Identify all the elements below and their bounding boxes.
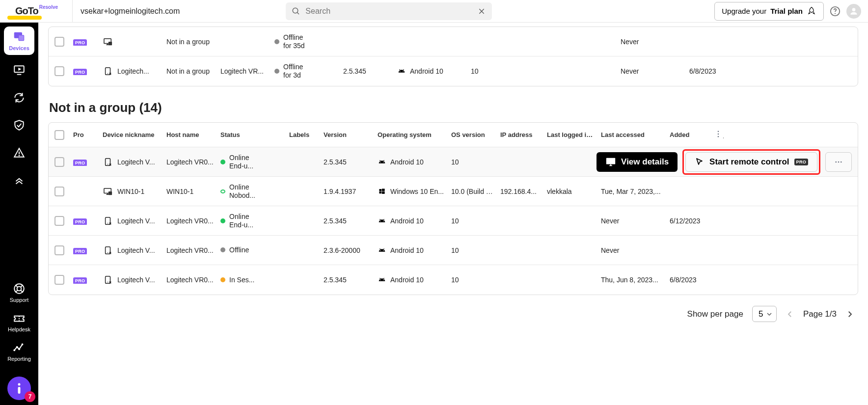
row-checkbox[interactable]	[54, 66, 64, 76]
col-user[interactable]: Last logged in user	[547, 131, 601, 138]
status-dot	[220, 160, 225, 164]
col-ver[interactable]: Version	[324, 131, 378, 138]
cell-nickname: Logitech V...	[103, 216, 166, 225]
rocket-icon	[807, 6, 816, 16]
view-details-button[interactable]: View details	[597, 152, 678, 172]
cell-ip: 192.168.4...	[500, 188, 547, 195]
svg-point-28	[718, 134, 719, 135]
col-lbl[interactable]: Labels	[289, 131, 324, 138]
col-pro[interactable]: Pro	[73, 131, 103, 138]
select-all-checkbox[interactable]	[54, 130, 64, 140]
pro-badge: PRO	[73, 218, 87, 225]
svg-point-22	[16, 347, 18, 348]
cell-version: 2.5.345	[324, 217, 378, 225]
col-add[interactable]: Added	[670, 131, 714, 138]
android-icon	[378, 159, 386, 165]
col-nick[interactable]: Device nickname	[103, 131, 166, 138]
table-options[interactable]	[714, 130, 724, 140]
ticket-icon	[13, 312, 26, 324]
clear-search-icon[interactable]	[477, 7, 486, 15]
cell-accessed: Never	[601, 246, 670, 254]
pagination: Show per page 5 Page 1/3	[48, 306, 858, 322]
sidebar-item-reporting[interactable]: Reporting	[4, 341, 34, 362]
android-icon	[378, 217, 386, 224]
table-row[interactable]: PRO Logitech V... Logitech VR0... Online…	[49, 147, 858, 177]
help-icon[interactable]	[830, 6, 841, 17]
per-page-select[interactable]: 5	[752, 306, 777, 322]
col-stat[interactable]: Status	[220, 131, 289, 138]
cell-host: Not in a group	[166, 67, 220, 75]
sidebar-item-security[interactable]	[4, 119, 34, 134]
sidebar-item-remote[interactable]	[4, 64, 34, 79]
sidebar-item-updates[interactable]	[4, 91, 34, 106]
svg-point-18	[19, 155, 20, 156]
pro-badge: PRO	[73, 39, 87, 46]
table-row[interactable]: PRO Logitech V... Logitech VR0... Offlin…	[49, 236, 858, 265]
upgrade-button[interactable]: Upgrade your Trial plan	[714, 2, 824, 21]
sidebar-label-helpdesk: Helpdesk	[4, 326, 34, 332]
sidebar-collapse[interactable]	[4, 174, 34, 189]
svg-point-30	[835, 161, 837, 162]
main-device-table: Pro Device nickname Host name Status Lab…	[48, 122, 858, 295]
cell-version: 2.5.345	[324, 158, 378, 166]
pro-badge-dark: PRO	[794, 159, 808, 165]
cell-status: Offline	[220, 246, 289, 254]
cell-status: OnlineNobod...	[220, 183, 289, 200]
person-icon	[849, 6, 859, 16]
row-more-button[interactable]	[825, 152, 852, 172]
table-row[interactable]: PRO Logitech... Not in a group Logitech …	[49, 56, 858, 86]
cell-added: 6/8/2023	[670, 276, 714, 284]
mobile-icon	[103, 216, 113, 225]
search-icon	[292, 7, 300, 16]
col-acc[interactable]: Last accessed	[601, 131, 670, 138]
group-title: Not in a group (14)	[49, 100, 858, 115]
row-checkbox[interactable]	[54, 275, 64, 285]
table-row[interactable]: PRO Not in a group Offlinefor 35d Never	[49, 27, 858, 56]
search-box[interactable]	[286, 2, 492, 20]
row-checkbox[interactable]	[54, 187, 64, 196]
col-osv[interactable]: OS version	[451, 131, 500, 138]
table-header-row: Pro Device nickname Host name Status Lab…	[49, 123, 858, 147]
sidebar-label-reporting: Reporting	[4, 356, 34, 362]
svg-point-11	[293, 8, 298, 13]
cell-nickname: Logitech V...	[103, 158, 166, 166]
sidebar-item-alerts[interactable]	[4, 146, 34, 161]
status-dot	[220, 218, 225, 223]
svg-point-24	[22, 344, 23, 345]
start-remote-button[interactable]: Start remote control PRO	[685, 152, 817, 172]
brand-logo[interactable]: GoToResolve	[0, 0, 72, 23]
row-checkbox[interactable]	[54, 245, 64, 255]
next-page[interactable]	[845, 310, 854, 319]
cell-added: 6/8/2023	[689, 67, 733, 75]
table-row[interactable]: PRO Logitech V... Logitech VR0... In Ses…	[49, 265, 858, 295]
prev-page[interactable]	[786, 310, 794, 319]
cell-accessed: Never	[621, 67, 689, 75]
col-ip[interactable]: IP address	[500, 131, 547, 138]
mobile-icon	[103, 67, 113, 76]
table-row[interactable]: PRO Logitech V... Logitech VR0... Online…	[49, 206, 858, 236]
cell-host: Logitech VR0...	[166, 276, 220, 284]
row-checkbox[interactable]	[54, 157, 64, 167]
user-avatar[interactable]	[846, 4, 861, 19]
cell-host: Logitech VR0...	[166, 158, 220, 166]
col-host[interactable]: Host name	[166, 131, 220, 138]
row-checkbox[interactable]	[54, 216, 64, 226]
status-dot	[220, 189, 225, 193]
cell-status: OnlineEnd-u...	[220, 154, 289, 170]
info-icon	[17, 382, 22, 394]
sidebar-item-support[interactable]: Support	[4, 282, 34, 303]
search-input[interactable]	[300, 6, 477, 16]
svg-point-20	[17, 287, 22, 291]
cell-status: In Ses...	[220, 276, 289, 284]
col-os[interactable]: Operating system	[378, 131, 451, 138]
sidebar-item-devices[interactable]: Devices	[4, 27, 34, 55]
cell-nickname: WIN10-1	[103, 187, 166, 196]
table-row[interactable]: WIN10-1 WIN10-1 OnlineNobod... 1.9.4.193…	[49, 177, 858, 206]
cell-nickname: Logitech...	[103, 67, 166, 76]
svg-rect-16	[19, 35, 24, 41]
row-checkbox[interactable]	[54, 37, 64, 47]
svg-point-32	[841, 161, 842, 162]
pro-badge: PRO	[73, 160, 87, 166]
sidebar-item-helpdesk[interactable]: Helpdesk	[4, 312, 34, 332]
cell-nickname: Logitech V...	[103, 275, 166, 284]
